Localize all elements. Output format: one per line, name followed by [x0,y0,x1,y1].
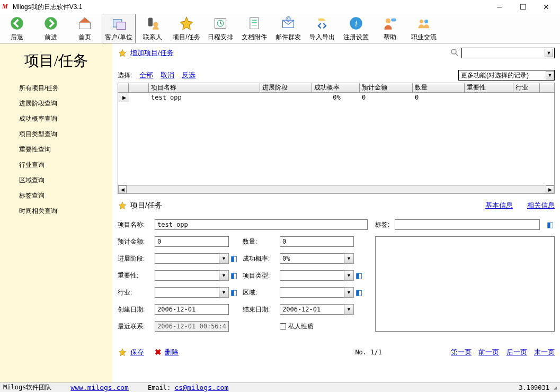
status-team: Milogs软件团队 [3,383,51,392]
delete-icon: ✖ [155,348,162,357]
toolbar-contacts[interactable]: 联系人 [136,14,170,43]
toolbar-customers[interactable]: 客户/单位 [102,14,136,43]
search-icon[interactable] [450,48,459,59]
next-page[interactable]: 后一页 [506,348,527,356]
save-link[interactable]: 保存 [130,348,144,357]
main-panel: 增加项目/任务 ▼ 选择: 全部 取消 反选 更多功能(对选择的记录) ▼ [112,43,560,382]
input-tag[interactable] [395,219,540,230]
label-prob: 成功概率: [243,254,280,263]
delete-link[interactable]: 删除 [165,348,179,357]
resize-grip[interactable]: ◢ [549,385,557,390]
related-info-link[interactable]: 相关信息 [527,201,555,209]
documents-icon [246,15,263,32]
sidebar-item-4[interactable]: 重要性查询 [0,142,112,157]
toolbar-importexport[interactable]: 导入导出 [305,14,339,43]
notes-area[interactable] [375,236,555,332]
sidebar: 项目/任务 所有项目/任务进展阶段查询成功概率查询项目类型查询重要性查询行业查询… [0,43,112,382]
combo-industry[interactable]: ▼ [155,287,229,298]
last-page[interactable]: 末一页 [534,348,555,356]
sidebar-item-5[interactable]: 行业查询 [0,157,112,173]
table-row[interactable]: ▶ test opp 0% 0 0 [118,93,554,102]
star-icon [118,201,127,210]
input-create-date[interactable]: 2006-12-01 [155,304,229,315]
toolbar-back[interactable]: 后退 [0,14,34,43]
sidebar-item-3[interactable]: 项目类型查询 [0,127,112,142]
combo-end-date[interactable]: 2006-12-01▼ [280,304,354,315]
select-cancel[interactable]: 取消 [161,70,174,80]
projects-icon [178,15,195,32]
minimize-button[interactable]: ─ [488,1,511,13]
grid-hscroll[interactable]: ◀▶ [118,185,554,193]
label-ind: 行业: [118,288,155,297]
sidebar-item-0[interactable]: 所有项目/任务 [0,81,112,96]
forward-icon [42,15,59,32]
select-label: 选择: [118,71,132,80]
combo-region[interactable]: ▼ [280,287,354,298]
toolbar-community[interactable]: 职业交流 [407,14,441,43]
svg-rect-8 [250,18,259,29]
sidebar-item-7[interactable]: 标签查询 [0,188,112,203]
toolbar-settings[interactable]: i注册设置 [339,14,373,43]
input-name[interactable]: test opp [155,219,368,230]
star-icon [118,48,127,58]
page-indicator: No. 1/1 [355,349,382,356]
toolbar-documents[interactable]: 文档附件 [237,14,271,43]
svg-line-18 [456,54,458,56]
status-email[interactable]: cs@milogs.com [175,384,229,391]
label-imp: 重要性: [118,271,155,280]
svg-point-0 [11,17,23,29]
combo-stage[interactable]: ▼ [155,253,229,264]
close-button[interactable]: ✕ [535,1,558,13]
basic-info-link[interactable]: 基本信息 [485,201,513,209]
data-grid[interactable]: 项目名称 进展阶段 成功概率 预计金额 数量 重要性 行业 ▶ test opp… [118,83,555,194]
toolbar-home[interactable]: 首页 [68,14,102,43]
maximize-button[interactable]: ☐ [511,1,535,13]
toolbar-projects[interactable]: 项目/任务 [170,14,203,43]
svg-rect-3 [117,22,126,30]
sidebar-item-8[interactable]: 时间相关查询 [0,203,112,219]
customers-icon [110,15,127,32]
input-qty[interactable]: 0 [280,236,354,247]
edit-type-icon[interactable]: ◧ [354,271,363,280]
label-qty: 数量: [243,237,280,246]
status-url[interactable]: www.milogs.com [70,384,129,391]
select-all[interactable]: 全部 [139,70,153,80]
combo-type[interactable]: ▼ [280,270,354,281]
detail-form: 项目名称: test opp 预计金额: 0 数量: 0 进展阶段: ▼ ◧ 成… [118,219,368,332]
checkbox-icon[interactable] [280,323,286,329]
edit-industry-icon[interactable]: ◧ [229,288,238,297]
first-page[interactable]: 第一页 [451,348,472,356]
svg-text:i: i [355,19,358,29]
label-region: 区域: [243,288,280,297]
sidebar-item-6[interactable]: 区域查询 [0,173,112,188]
svg-point-16 [424,20,428,23]
input-amount[interactable]: 0 [155,236,229,247]
sidebar-item-2[interactable]: 成功概率查询 [0,111,112,127]
toolbar-schedule[interactable]: 日程安排 [203,14,237,43]
select-invert[interactable]: 反选 [182,70,195,80]
section-title: 项目/任务 [130,201,162,210]
settings-icon: i [348,15,365,32]
window-title: Milogs我的日志软件V3.1 [13,3,82,12]
edit-region-icon[interactable]: ◧ [354,288,363,297]
svg-rect-4 [148,18,153,26]
combo-prob[interactable]: 0%▼ [280,253,354,264]
toolbar-forward[interactable]: 前进 [34,14,68,43]
email-icon: @ [280,15,297,32]
edit-tag-icon[interactable]: ◧ [545,220,555,229]
edit-stage-icon[interactable]: ◧ [229,254,238,263]
toolbar-email[interactable]: @邮件群发 [271,14,305,43]
search-select[interactable]: ▼ [461,48,555,58]
sidebar-title: 项目/任务 [0,48,112,81]
toolbar-help[interactable]: 帮助 [373,14,407,43]
input-last-contact: 2006-12-01 00:56:4 [155,321,229,332]
combo-imp[interactable]: ▼ [155,270,229,281]
add-project-link[interactable]: 增加项目/任务 [130,48,174,58]
status-version: 3.109031 [519,384,549,391]
prev-page[interactable]: 前一页 [478,348,499,356]
checkbox-private[interactable]: 私人性质 [280,322,354,331]
more-actions-select[interactable]: 更多功能(对选择的记录) ▼ [458,70,555,81]
edit-imp-icon[interactable]: ◧ [229,271,238,280]
label-tag: 标签: [375,220,389,229]
sidebar-item-1[interactable]: 进展阶段查询 [0,96,112,111]
